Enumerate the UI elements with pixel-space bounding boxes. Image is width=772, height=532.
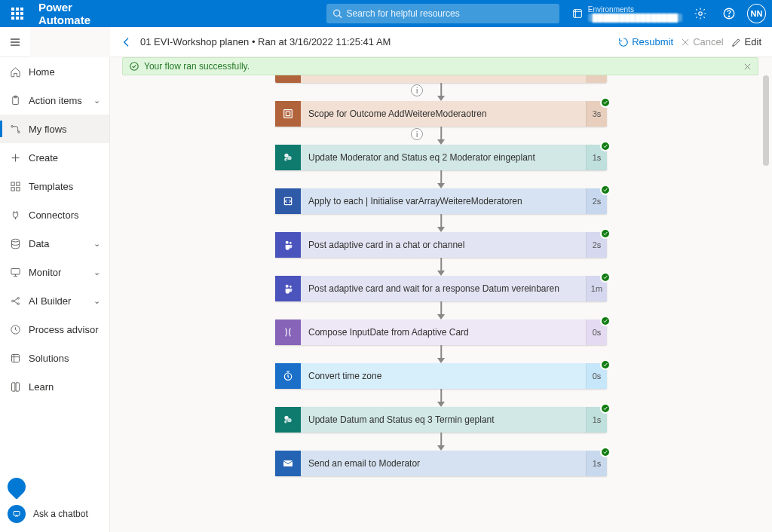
teams-icon	[275, 276, 301, 301]
flow-card[interactable]: Post adaptive card in a chat or channel …	[275, 232, 607, 258]
svg-point-41	[286, 285, 289, 288]
flow-card[interactable]: S Update Moderator and Status eq 2 Moder…	[275, 145, 607, 170]
page-header: 01 EVI-Workshop planen • Ran at 3/16/202…	[110, 27, 772, 57]
nav-item-action-items[interactable]: Action items ⌄	[0, 86, 109, 115]
flow-arrow	[432, 301, 450, 320]
flow-icon	[9, 123, 21, 135]
nav-item-home[interactable]: Home	[0, 57, 109, 86]
nav-item-create[interactable]: Create	[0, 143, 109, 172]
nav-item-label: Data	[29, 238, 49, 249]
monitor-icon	[9, 266, 21, 278]
compose-icon	[275, 320, 301, 345]
chevron-down-icon: ⌄	[93, 239, 100, 249]
flow-card-label: Convert time zone	[301, 363, 586, 389]
settings-icon[interactable]	[688, 2, 712, 26]
flow-card[interactable]: Post adaptive card and wait for a respon…	[275, 276, 607, 301]
resubmit-button[interactable]: Resubmit	[618, 36, 673, 47]
page-title: 01 EVI-Workshop planen • Ran at 3/16/202…	[140, 36, 391, 47]
svg-rect-2	[573, 10, 581, 18]
nav-item-label: Templates	[29, 181, 73, 192]
app-launcher-icon[interactable]	[6, 2, 29, 26]
nav-item-connectors[interactable]: Connectors	[0, 200, 109, 229]
environment-label: Environments	[588, 5, 682, 14]
svg-text:S: S	[286, 158, 288, 162]
data-icon	[9, 237, 21, 249]
search-input[interactable]	[347, 8, 553, 19]
nav-toggle[interactable]	[0, 27, 30, 57]
flow-card[interactable]: Compose InputDate from Adaptive Card 0s	[275, 320, 607, 345]
environment-icon	[571, 8, 584, 20]
svg-point-23	[11, 300, 14, 302]
mail-icon	[275, 451, 301, 476]
avatar[interactable]: NN	[747, 4, 766, 23]
loop-icon	[275, 188, 301, 214]
flow-card[interactable]: Convert time zone 0s	[275, 363, 607, 389]
home-icon	[9, 66, 21, 78]
flow-arrow	[432, 258, 450, 276]
nav-item-data[interactable]: Data ⌄	[0, 229, 109, 258]
nav-item-my-flows[interactable]: My flows	[0, 115, 109, 143]
flow-card[interactable]: S Update Datum and Status eq 3 Termin ge…	[275, 407, 607, 433]
environment-name: ████████████████	[588, 14, 682, 22]
process-icon	[9, 323, 21, 335]
chevron-down-icon: ⌄	[93, 268, 100, 277]
svg-rect-32	[284, 110, 293, 118]
flow-card-label: Post adaptive card and wait for a respon…	[301, 276, 586, 301]
flow-arrow: i	[432, 127, 450, 145]
nav-item-ai-builder[interactable]: AI Builder ⌄	[0, 286, 109, 315]
help-icon[interactable]	[718, 2, 741, 26]
flow-card-partial	[275, 75, 607, 83]
close-icon[interactable]	[743, 63, 752, 71]
success-check-icon	[600, 447, 611, 457]
nav-item-templates[interactable]: Templates	[0, 172, 109, 200]
nav-item-learn[interactable]: Learn	[0, 372, 109, 401]
nav-item-label: Connectors	[29, 209, 78, 221]
sharepoint-icon: S	[275, 145, 301, 170]
teams-icon	[275, 232, 301, 258]
svg-point-29	[130, 63, 139, 71]
nav-item-process-advisor[interactable]: Process advisor	[0, 315, 109, 344]
flow-card[interactable]: Scope for Outcome AddWeitereModeraotren …	[275, 101, 607, 127]
flow-arrow	[432, 170, 450, 188]
success-check-icon	[600, 141, 611, 151]
flow-card[interactable]: Apply to each | Initialise varArrayWeite…	[275, 188, 607, 214]
svg-point-42	[290, 286, 292, 288]
flow-canvas: i Scope for Outcome AddWeitereModeraotre…	[110, 75, 772, 532]
plus-icon	[9, 151, 21, 164]
search-box[interactable]	[326, 4, 559, 23]
learn-icon	[9, 381, 21, 393]
environment-picker[interactable]: Environments ████████████████	[571, 5, 682, 22]
nav-item-solutions[interactable]: Solutions	[0, 344, 109, 372]
back-icon[interactable]	[121, 36, 133, 48]
nav-item-monitor[interactable]: Monitor ⌄	[0, 258, 109, 286]
svg-rect-22	[11, 268, 19, 274]
svg-point-13	[11, 125, 13, 127]
success-banner: Your flow ran successfully.	[122, 57, 758, 75]
flow-arrow	[432, 389, 450, 407]
svg-point-45	[287, 418, 291, 422]
flow-card-label: Send an email to Moderator	[301, 451, 586, 476]
edit-button[interactable]: Edit	[731, 36, 761, 47]
success-check-icon	[600, 97, 611, 108]
svg-line-1	[339, 15, 342, 17]
flow-card[interactable]: Send an email to Moderator 1s	[275, 451, 607, 476]
flow-arrow: i	[432, 83, 450, 101]
cancel-button: Cancel	[681, 36, 723, 47]
flow-card-label: Apply to each | Initialise varArrayWeite…	[301, 188, 586, 214]
nav-item-label: AI Builder	[29, 295, 71, 307]
info-icon[interactable]: i	[411, 128, 423, 140]
chatbot-button[interactable]: Ask a chatbot	[8, 505, 88, 523]
nav-item-label: Learn	[29, 381, 54, 393]
clipboard-icon	[9, 94, 21, 106]
svg-point-40	[290, 242, 292, 244]
svg-text:S: S	[286, 420, 288, 424]
svg-rect-19	[11, 187, 14, 190]
scrollbar[interactable]	[763, 75, 769, 166]
left-nav: Home Action items ⌄ My flows Create Temp…	[0, 57, 110, 532]
clock-icon	[275, 363, 301, 389]
info-icon[interactable]: i	[411, 84, 423, 96]
success-check-icon	[600, 359, 611, 370]
success-text: Your flow ran successfully.	[144, 61, 250, 72]
svg-rect-27	[11, 354, 19, 362]
solutions-icon	[9, 352, 21, 364]
